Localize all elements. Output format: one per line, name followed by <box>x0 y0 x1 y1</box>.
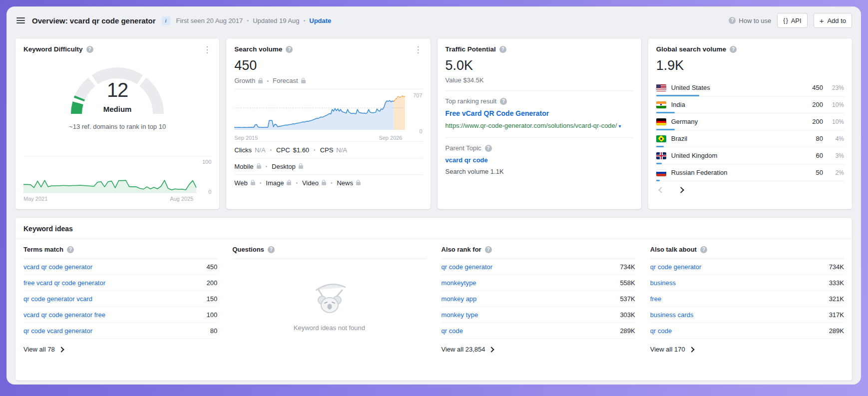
help-icon[interactable]: ? <box>700 246 707 253</box>
kd-level-label: Medium <box>60 105 175 113</box>
desktop-label: Desktop <box>272 163 296 170</box>
column-header: Also rank for ? <box>441 239 635 259</box>
growth-toggle[interactable]: Growth <box>234 77 263 84</box>
keyword-row: qr code vcard generator 80 <box>23 323 217 339</box>
bullet-separator: • <box>266 164 268 169</box>
help-icon[interactable]: ? <box>268 246 275 253</box>
keyword-row: qr code generator 734K <box>441 259 635 275</box>
koala-empty-illustration <box>301 277 357 318</box>
help-icon[interactable]: ? <box>485 145 492 152</box>
keyword-link[interactable]: monkeytype <box>441 279 476 287</box>
keyword-link[interactable]: qr code generator <box>650 263 702 271</box>
lock-icon <box>257 165 261 169</box>
mobile-label: Mobile <box>234 163 253 170</box>
column-header: Also talk about ? <box>650 239 844 259</box>
view-all-link[interactable]: View all 170 <box>650 339 694 353</box>
keyword-row: monkey type 303K <box>441 307 635 323</box>
hamburger-menu-icon[interactable] <box>15 15 26 25</box>
country-row: Germany 200 10% <box>656 113 844 130</box>
kebab-menu-icon[interactable]: ⋮ <box>200 43 214 56</box>
kebab-menu-icon[interactable]: ⋮ <box>411 43 426 56</box>
keyword-link[interactable]: business <box>650 279 676 287</box>
chevron-down-icon[interactable]: ▾ <box>618 123 621 129</box>
country-row: Brazil 80 4% <box>656 130 844 147</box>
column-header: Terms match ? <box>23 239 217 259</box>
keyword-volume: 734K <box>620 263 635 271</box>
help-icon[interactable]: ? <box>286 46 293 53</box>
keyword-volume: 150 <box>207 295 218 303</box>
info-icon[interactable]: i <box>162 16 170 25</box>
flag-gb-icon <box>656 152 666 159</box>
keyword-link[interactable]: monkey app <box>441 295 477 303</box>
bullet-separator: • <box>247 17 249 23</box>
api-button-label: API <box>791 17 802 24</box>
country-list-pager <box>656 188 844 192</box>
keyword-volume: 317K <box>829 311 844 319</box>
parent-topic-volume: Search volume 1.1K <box>445 168 633 175</box>
page-title: Overview: vcard qr code generator <box>32 16 156 25</box>
first-seen-text: First seen 20 Aug 2017 <box>176 17 243 24</box>
country-volume: 60 <box>804 152 823 159</box>
help-icon[interactable]: ? <box>500 98 507 105</box>
x-axis-end: Aug 2025 <box>170 196 193 202</box>
country-volume-list: United States 450 23% India 200 10% Germ… <box>656 79 844 181</box>
country-volume: 50 <box>804 169 823 176</box>
keyword-link[interactable]: vcard qr code generator free <box>23 311 105 319</box>
keyword-link[interactable]: qr code generator <box>441 263 493 271</box>
keyword-link[interactable]: qr code vcard generator <box>23 327 92 335</box>
keyword-row: qr code generator 734K <box>650 259 844 275</box>
video-label: Video <box>302 179 319 187</box>
keyword-link[interactable]: qr code <box>441 327 463 335</box>
card-title-row: Traffic Potential ? <box>445 45 633 53</box>
bullet-separator: • <box>270 147 272 153</box>
keyword-volume: 450 <box>207 263 218 271</box>
keyword-link[interactable]: qr code <box>650 327 672 335</box>
keyword-volume: 303K <box>620 311 635 319</box>
help-icon[interactable]: ? <box>485 246 492 253</box>
country-volume: 80 <box>804 135 823 142</box>
global-search-volume-value: 1.9K <box>656 58 844 73</box>
news-label: News <box>337 179 353 187</box>
clicks-label: Clicks <box>234 146 252 154</box>
keyword-link[interactable]: vcard qr code generator <box>23 263 92 271</box>
keyword-volume: 321K <box>829 295 844 303</box>
how-to-use-link[interactable]: ? How to use <box>729 17 771 24</box>
flag-br-icon <box>656 135 666 142</box>
global-search-volume-title: Global search volume <box>656 45 726 53</box>
keyword-column-also-rank-for: Also rank for ? qr code generator 734K m… <box>441 239 635 354</box>
top-bar-actions: ? How to use { } API + Add to <box>729 13 852 28</box>
web-label: Web <box>234 179 248 187</box>
bullet-separator: • <box>314 147 316 153</box>
kd-subtitle: ~13 ref. domains to rank in top 10 <box>23 123 211 130</box>
api-button[interactable]: { } API <box>777 13 807 28</box>
traffic-value-label: Value $34.5K <box>445 76 633 84</box>
view-all-link[interactable]: View all 78 <box>23 339 63 353</box>
keyword-link[interactable]: qr code generator vcard <box>23 295 92 303</box>
top-ranking-url[interactable]: https://www.qr-code-generator.com/soluti… <box>445 121 633 131</box>
keyword-link[interactable]: monkey type <box>441 311 478 319</box>
keyword-link[interactable]: business cards <box>650 311 694 319</box>
view-all-link[interactable]: View all 23,854 <box>441 339 494 353</box>
country-name: India <box>671 101 685 108</box>
parent-topic-link[interactable]: vcard qr code <box>445 156 633 164</box>
view-all-label: View all 23,854 <box>441 346 485 353</box>
keyword-row: monkey app 537K <box>441 291 635 307</box>
top-ranking-label-row: Top ranking result ? <box>445 97 633 105</box>
help-icon[interactable]: ? <box>730 46 737 53</box>
update-link[interactable]: Update <box>309 17 331 24</box>
help-icon[interactable]: ? <box>499 46 506 53</box>
keyword-link[interactable]: free <box>650 295 661 303</box>
forecast-toggle[interactable]: Forecast <box>273 77 306 84</box>
top-ranking-result-link[interactable]: Free vCard QR Code Generator <box>445 109 633 117</box>
help-icon[interactable]: ? <box>86 46 93 53</box>
keyword-link[interactable]: free vcard qr code generator <box>23 279 105 287</box>
kd-value: 12 <box>60 79 175 101</box>
lock-icon <box>299 165 303 169</box>
chevron-right-icon[interactable] <box>678 187 684 193</box>
add-to-button[interactable]: + Add to <box>814 13 852 28</box>
chevron-left-icon[interactable] <box>658 187 665 193</box>
help-icon[interactable]: ? <box>67 246 74 253</box>
parent-topic-label: Parent Topic <box>445 144 481 152</box>
country-percent: 10% <box>828 101 844 108</box>
divider <box>445 90 633 91</box>
